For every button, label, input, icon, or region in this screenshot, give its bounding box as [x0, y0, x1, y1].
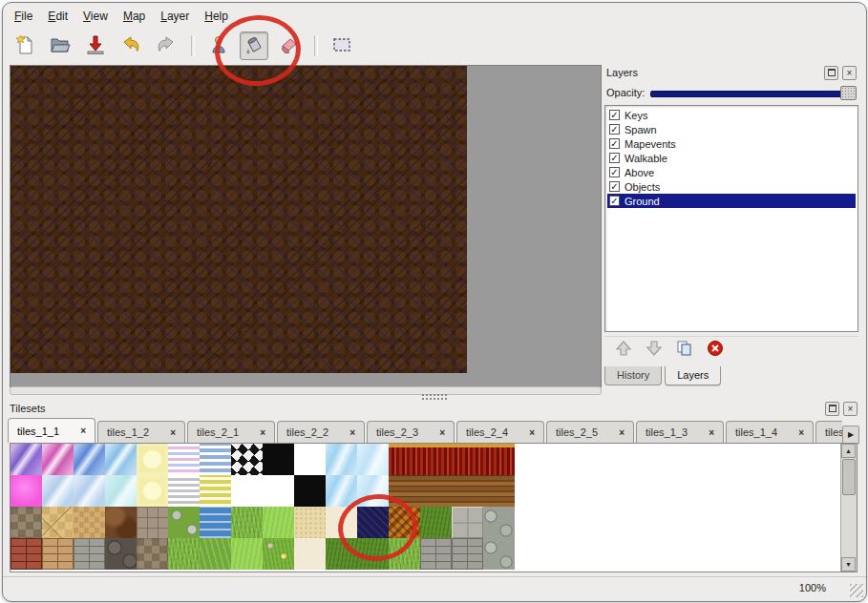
palette-tile-white[interactable]	[294, 444, 326, 475]
save-button[interactable]	[81, 31, 110, 60]
palette-tile-grassB[interactable]	[231, 538, 263, 570]
dock-tab[interactable]: Layers	[665, 366, 721, 385]
palette-tile-wood[interactable]	[452, 475, 483, 507]
select-tool-button[interactable]	[328, 31, 356, 60]
palette-tile-stonesG[interactable]	[483, 538, 515, 570]
tab-close-icon[interactable]: ×	[170, 427, 176, 438]
palette-tile-brickT[interactable]	[42, 538, 74, 570]
palette-tile-grassMix[interactable]	[200, 538, 231, 570]
palette-tile-grassFl[interactable]	[263, 538, 294, 570]
open-button[interactable]	[46, 31, 74, 60]
palette-tile-brickR[interactable]	[11, 538, 42, 570]
palette-tile-magenta[interactable]	[11, 475, 42, 507]
menu-item[interactable]: Edit	[40, 6, 75, 27]
palette-tile-navy[interactable]	[357, 507, 389, 538]
layer-visibility-checkbox[interactable]: ✓	[609, 181, 620, 192]
map-canvas[interactable]	[11, 66, 467, 373]
palette-tile-stripeB[interactable]	[200, 444, 231, 475]
palette-tile-rocksD[interactable]	[105, 538, 137, 570]
palette-tile-waterW[interactable]	[200, 507, 231, 538]
opacity-slider-thumb[interactable]	[840, 86, 857, 100]
layer-visibility-checkbox[interactable]: ✓	[609, 138, 620, 149]
tab-close-icon[interactable]: ×	[260, 427, 265, 438]
palette-tile-paleY[interactable]	[137, 475, 168, 507]
palette-tile-brickG[interactable]	[420, 538, 452, 570]
palette-tile-stripeY[interactable]	[200, 475, 231, 507]
tileset-tab[interactable]: tiles_1_1 ×	[8, 418, 95, 443]
scrollbar-thumb[interactable]	[842, 459, 856, 495]
palette-tile-waterL[interactable]	[326, 475, 357, 507]
palette-tile-paleT[interactable]	[326, 507, 357, 538]
tab-close-icon[interactable]: ×	[439, 427, 445, 438]
vertical-scrollbar[interactable]: ▲ ▼	[840, 444, 857, 572]
delete-layer-button[interactable]	[706, 340, 725, 359]
tileset-tab[interactable]: tiles_1_3 ×	[636, 421, 724, 443]
tileset-tab[interactable]: tiles_1_5 ×	[815, 421, 842, 443]
character-tool-button[interactable]	[204, 31, 233, 60]
palette-tile-stoneCr[interactable]	[42, 507, 74, 538]
layer-visibility-checkbox[interactable]: ✓	[609, 110, 620, 120]
tab-close-icon[interactable]: ×	[529, 427, 535, 438]
layer-row[interactable]: ✓ Objects	[607, 179, 856, 194]
panel-close-icon[interactable]: ×	[842, 66, 857, 80]
layer-row[interactable]: ✓ Spawn	[607, 122, 856, 136]
fill-tool-button[interactable]	[240, 31, 268, 60]
palette-tile-crysM[interactable]	[42, 444, 74, 475]
palette-tile-brickG[interactable]	[452, 538, 483, 570]
redo-button[interactable]	[152, 31, 180, 60]
palette-tile-white[interactable]	[231, 475, 263, 507]
palette-tile-redOrn[interactable]	[389, 444, 420, 475]
palette-tile-stoneG[interactable]	[137, 538, 168, 570]
palette-tile-redOrn[interactable]	[483, 444, 515, 475]
palette-tile-stripeP[interactable]	[168, 444, 200, 475]
tab-close-icon[interactable]: ×	[80, 426, 86, 436]
menu-item[interactable]: Help	[197, 6, 236, 27]
layer-row[interactable]: ✓ Ground	[607, 194, 856, 208]
palette-tile-wood[interactable]	[483, 475, 515, 507]
scroll-down-icon[interactable]: ▼	[841, 557, 856, 572]
palette-tile-rockB[interactable]	[105, 507, 137, 538]
palette-tile-waterP[interactable]	[357, 475, 389, 507]
layer-row[interactable]: ✓ Keys	[607, 108, 856, 122]
layer-visibility-checkbox[interactable]: ✓	[609, 153, 620, 163]
palette-tile-paleC[interactable]	[105, 475, 137, 507]
palette-tile-wood[interactable]	[389, 475, 420, 507]
palette-tile-waterP[interactable]	[357, 444, 389, 475]
layer-row[interactable]: ✓ Walkable	[607, 151, 856, 165]
palette-tile-crysB[interactable]	[74, 444, 105, 475]
menu-item[interactable]: View	[75, 6, 116, 27]
palette-tile-redOrn[interactable]	[452, 444, 483, 475]
panel-close-icon[interactable]: ×	[843, 402, 857, 416]
tileset-tab[interactable]: tiles_1_4 ×	[726, 421, 814, 443]
tab-close-icon[interactable]: ×	[798, 427, 804, 438]
opacity-slider[interactable]	[650, 86, 857, 99]
duplicate-layer-button[interactable]	[675, 340, 694, 359]
palette-tile-sand[interactable]	[294, 507, 326, 538]
layer-visibility-checkbox[interactable]: ✓	[609, 167, 620, 177]
menu-item[interactable]: Map	[116, 6, 153, 27]
tab-close-icon[interactable]: ×	[349, 427, 355, 438]
eraser-tool-button[interactable]	[275, 31, 304, 60]
palette-tile-white[interactable]	[263, 475, 294, 507]
tab-close-icon[interactable]: ×	[619, 427, 625, 438]
tileset-tab[interactable]: tiles_2_3 ×	[367, 421, 455, 443]
palette-tile-grassD[interactable]	[420, 507, 452, 538]
tileset-tab[interactable]: tiles_2_2 ×	[277, 421, 365, 443]
palette-tile-grassD[interactable]	[357, 538, 389, 570]
palette-tile-crysPale[interactable]	[74, 475, 105, 507]
palette-tile-crysP[interactable]	[11, 444, 42, 475]
layer-row[interactable]: ✓ Mapevents	[607, 136, 856, 151]
palette-tile-tileG[interactable]	[452, 507, 483, 538]
palette-tile-stonesG[interactable]	[483, 507, 515, 538]
palette-tile-stoneG[interactable]	[11, 507, 42, 538]
palette-tile-stripeG[interactable]	[168, 475, 200, 507]
tab-scroll-right-button[interactable]: ▶	[842, 426, 859, 445]
undo-button[interactable]	[116, 31, 145, 60]
palette-tile-grass[interactable]	[231, 507, 263, 538]
tileset-tab[interactable]: tiles_2_5 ×	[546, 421, 634, 443]
dock-tab[interactable]: History	[604, 366, 662, 385]
scroll-up-icon[interactable]: ▲	[841, 444, 856, 458]
tileset-tab[interactable]: tiles_2_4 ×	[456, 421, 544, 443]
palette-tile-checker[interactable]	[231, 444, 263, 475]
palette-tile-black[interactable]	[263, 444, 294, 475]
